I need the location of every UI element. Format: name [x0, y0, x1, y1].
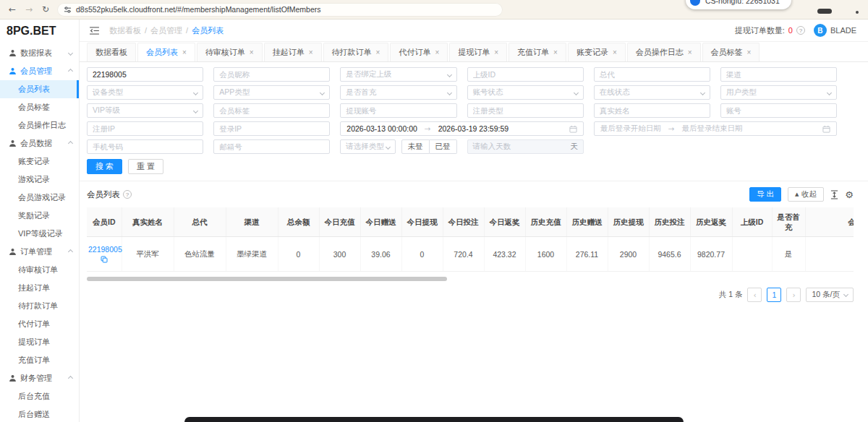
bind-parent-select[interactable]: 是否绑定上级: [340, 67, 456, 82]
site-settings-icon[interactable]: [64, 6, 72, 14]
close-icon[interactable]: ×: [553, 49, 558, 56]
browser-menu-icon[interactable]: [856, 11, 859, 14]
tab-dashboard[interactable]: 数据看板: [87, 43, 136, 61]
sidebar-item-withdraw-orders[interactable]: 提现订单: [0, 333, 79, 351]
gear-icon[interactable]: ⚙: [845, 190, 854, 199]
days-input[interactable]: 请输入天数 天: [467, 139, 584, 154]
copy-icon[interactable]: [88, 256, 120, 263]
tab-label: 提现订单: [458, 47, 490, 58]
sidebar-item-account-change-records[interactable]: 账变记录: [0, 152, 79, 171]
sidebar-item-member-list[interactable]: 会员列表: [0, 80, 79, 98]
online-status-select[interactable]: 在线状态: [594, 85, 710, 100]
search-button[interactable]: 搜 索: [87, 159, 122, 174]
channel-input[interactable]: [720, 67, 837, 82]
register-ip-input[interactable]: [87, 121, 203, 136]
email-input[interactable]: [213, 139, 330, 154]
sidebar-fold-icon[interactable]: [90, 27, 99, 35]
sidebar-item-member-game-records[interactable]: 会员游戏记录: [0, 189, 79, 207]
sidebar-item-game-records[interactable]: 游戏记录: [0, 171, 79, 189]
breadcrumb-item[interactable]: 会员管理: [150, 25, 182, 36]
sidebar-item-reward-records[interactable]: 奖励记录: [0, 207, 79, 225]
sidebar-item-suspended-orders[interactable]: 挂起订单: [0, 279, 79, 297]
last-login-date-range[interactable]: 最后登录开始日期 → 最后登录结束日期: [594, 121, 837, 136]
close-icon[interactable]: ×: [494, 49, 498, 56]
member-tag-input[interactable]: [213, 103, 330, 118]
close-icon[interactable]: ×: [250, 49, 254, 56]
account-status-select[interactable]: 账号状态: [467, 85, 584, 100]
sidebar-group-order-management[interactable]: 订单管理: [0, 243, 79, 261]
tab-pending-payment-orders[interactable]: 待打款订单×: [323, 43, 389, 61]
not-logged-button[interactable]: 未登: [401, 139, 430, 154]
login-type-select[interactable]: 请选择类型: [340, 139, 395, 154]
table-header-cell: 今日充值: [319, 207, 360, 237]
app-type-select[interactable]: APP类型: [213, 85, 330, 100]
breadcrumb-item[interactable]: 数据看板: [109, 25, 141, 36]
tab-member-list[interactable]: 会员列表×: [137, 43, 195, 61]
sidebar-item-pending-review-orders[interactable]: 待审核订单: [0, 261, 79, 279]
sidebar-item-member-tags[interactable]: 会员标签: [0, 98, 79, 116]
extension-icon[interactable]: [817, 9, 832, 14]
sidebar-group-data-reports[interactable]: 数据报表: [0, 44, 79, 62]
login-ip-input[interactable]: [213, 121, 330, 136]
real-name-input[interactable]: [594, 103, 710, 118]
member-id-input[interactable]: [87, 67, 203, 82]
close-icon[interactable]: ×: [688, 49, 692, 56]
logged-button[interactable]: 已登: [430, 139, 457, 154]
sidebar-item-vip-level-records[interactable]: VIP等级记录: [0, 225, 79, 243]
vip-level-select[interactable]: VIP等级: [87, 103, 203, 118]
sidebar-item-member-operation-log[interactable]: 会员操作日志: [0, 116, 79, 134]
tab-account-change-records[interactable]: 账变记录×: [568, 43, 626, 61]
tab-withdraw-orders[interactable]: 提现订单×: [449, 43, 507, 61]
sidebar-item-backend-recharge[interactable]: 后台充值: [0, 387, 79, 405]
device-type-select[interactable]: 设备类型: [87, 85, 203, 100]
register-date-range[interactable]: 2026-03-13 00:00:00 → 2026-03-19 23:59:5…: [340, 121, 583, 136]
tab-member-operation-log[interactable]: 会员操作日志×: [627, 43, 701, 61]
reset-button[interactable]: 重 置: [128, 159, 163, 174]
user-type-select[interactable]: 用户类型: [720, 85, 837, 100]
first-charge-select[interactable]: 是否首充: [340, 85, 456, 100]
prev-page-button[interactable]: ‹: [747, 288, 762, 302]
export-button[interactable]: 导 出: [749, 187, 781, 202]
next-page-button[interactable]: ›: [786, 288, 801, 302]
username-label[interactable]: BLADE: [830, 26, 856, 35]
horizontal-scrollbar[interactable]: [87, 277, 447, 281]
browser-forward-icon[interactable]: →: [24, 4, 34, 14]
sidebar-item-backend-gift[interactable]: 后台赠送: [0, 405, 79, 422]
browser-reload-icon[interactable]: ↻: [41, 4, 51, 14]
phone-input[interactable]: [87, 139, 203, 154]
help-icon[interactable]: ?: [796, 26, 805, 35]
close-icon[interactable]: ×: [747, 49, 752, 56]
row-density-icon[interactable]: [830, 190, 838, 199]
page-number-button[interactable]: 1: [767, 288, 781, 302]
sidebar-group-member-management[interactable]: 会员管理: [0, 62, 79, 80]
browser-profile-chip[interactable]: CS-nongfu: 22651031: [686, 0, 791, 9]
browser-back-icon[interactable]: ←: [7, 4, 17, 14]
sidebar-group-member-data[interactable]: 会员数据: [0, 134, 79, 152]
page-size-select[interactable]: 10 条/页: [806, 288, 854, 302]
tab-proxy-payment-orders[interactable]: 代付订单×: [390, 43, 448, 61]
sidebar-item-pending-payment-orders[interactable]: 待打款订单: [0, 297, 79, 315]
close-icon[interactable]: ×: [182, 49, 187, 56]
general-agent-input[interactable]: [594, 67, 710, 82]
close-icon[interactable]: ×: [613, 49, 617, 56]
withdraw-account-input[interactable]: [340, 103, 456, 118]
sidebar-group-finance-management[interactable]: 财务管理: [0, 369, 79, 387]
tab-pending-review-orders[interactable]: 待审核订单×: [197, 43, 263, 61]
account-input[interactable]: [720, 103, 837, 118]
close-icon[interactable]: ×: [376, 49, 380, 56]
user-avatar[interactable]: B: [814, 24, 827, 37]
collapse-button[interactable]: ▲ 收起: [788, 187, 824, 202]
close-icon[interactable]: ×: [435, 49, 439, 56]
close-icon[interactable]: ×: [309, 49, 313, 56]
tab-member-tags[interactable]: 会员标签×: [702, 43, 760, 61]
tab-suspended-orders[interactable]: 挂起订单×: [264, 43, 322, 61]
register-type-input[interactable]: [467, 103, 584, 118]
sidebar-item-proxy-payment-orders[interactable]: 代付订单: [0, 315, 79, 333]
help-icon[interactable]: ?: [123, 190, 132, 199]
member-id-link[interactable]: 22198005: [88, 245, 120, 254]
address-bar[interactable]: d8s552pku5elk.cloudfront.net/#/membershi…: [57, 3, 503, 17]
tab-recharge-orders[interactable]: 充值订单×: [509, 43, 566, 61]
sidebar-item-recharge-orders[interactable]: 充值订单: [0, 351, 79, 369]
nickname-input[interactable]: [213, 67, 330, 82]
parent-id-input[interactable]: [467, 67, 584, 82]
